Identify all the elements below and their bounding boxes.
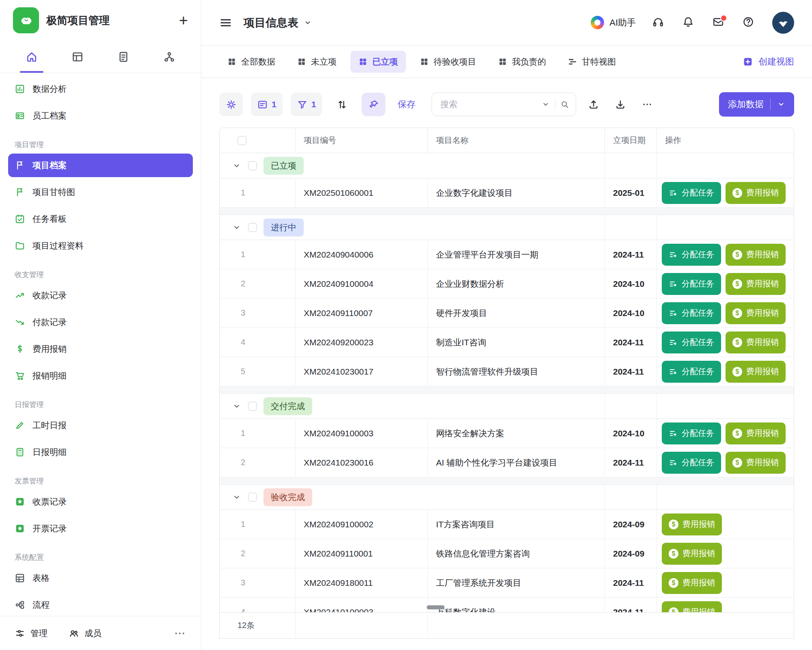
column-header-project-code[interactable]: 项目编号 [295,128,428,153]
sidebar-item[interactable]: 工时日报 [8,414,193,437]
project-code-cell: XM202409100003 [295,419,428,448]
add-app-button[interactable]: + [179,13,188,28]
horizontal-scrollbar[interactable] [427,605,445,609]
project-name-cell: 硬件开发项目 [428,299,605,327]
import-button[interactable] [584,95,603,114]
sidebar-item[interactable]: 表格 [8,566,193,590]
notifications-button[interactable] [682,16,696,30]
expense-button[interactable]: $费用报销 [662,543,722,565]
expense-button[interactable]: $费用报销 [726,422,786,444]
view-tab[interactable]: 甘特视图 [560,51,624,73]
sidebar-item[interactable]: 员工档案 [8,104,193,128]
expense-button[interactable]: $费用报销 [726,182,786,204]
expense-button[interactable]: $费用报销 [662,514,722,535]
support-button[interactable] [652,16,666,30]
group-checkbox[interactable] [248,493,257,502]
collapse-sidebar-button[interactable] [219,16,232,29]
search-scope-chevron-icon[interactable] [541,100,550,109]
sidebar-item[interactable]: 任务看板 [8,207,193,231]
sidebar-item[interactable]: 付款记录 [8,310,193,334]
view-tab[interactable]: 已立项 [350,51,406,73]
sort-button[interactable] [330,93,354,116]
user-avatar[interactable] [772,12,794,34]
export-button[interactable] [611,95,630,114]
filter-button[interactable]: 1 [291,93,322,116]
group-checkbox[interactable] [248,223,257,232]
members-button[interactable]: 成员 [69,628,102,639]
expense-button[interactable]: $费用报销 [726,452,786,474]
home-tab[interactable] [19,41,44,73]
create-view-button[interactable]: 创建视图 [743,56,794,68]
sidebar-item[interactable]: 项目甘特图 [8,180,193,204]
sidebar-item[interactable]: 报销明细 [8,364,193,388]
assign-task-button[interactable]: 分配任务 [662,422,721,444]
expense-button[interactable]: $费用报销 [726,273,786,295]
sidebar-item[interactable]: 收款记录 [8,284,193,307]
button-divider [770,99,771,110]
assign-task-button[interactable]: 分配任务 [662,182,721,204]
assign-task-button[interactable]: 分配任务 [662,361,721,383]
view-settings-button[interactable] [219,93,243,116]
actions-cell: 分配任务$费用报销 [657,448,794,477]
collapse-chevron-icon[interactable] [232,401,242,411]
assign-task-button[interactable]: 分配任务 [662,332,721,353]
project-code-cell: XM202410100003 [295,598,428,613]
select-all-checkbox[interactable] [238,136,246,145]
table-row: 2XM202410230016AI 辅助个性化学习平台建设项目2024-11分配… [220,448,794,477]
group-checkbox[interactable] [248,402,257,411]
sidebar-item[interactable]: 项目过程资料 [8,234,193,258]
sidebar-more-button[interactable]: ⋯ [174,626,186,640]
expense-button[interactable]: $费用报销 [662,601,722,613]
app-logo-handshake-icon [13,7,39,33]
view-tab[interactable]: 全部数据 [219,51,283,73]
tables-tab[interactable] [65,41,90,73]
assign-task-button[interactable]: 分配任务 [662,452,721,474]
column-header-project-name[interactable]: 项目名称 [428,128,605,153]
project-name-cell: 网络安全解决方案 [428,419,605,448]
manage-button[interactable]: 管理 [15,628,48,639]
pin-view-button[interactable] [362,93,385,116]
save-view-button[interactable]: 保存 [397,98,415,110]
search-input[interactable] [440,100,536,109]
view-tab[interactable]: 待验收项目 [412,51,484,73]
column-header-actions[interactable]: 操作 [657,128,794,153]
column-header-date[interactable]: 立项日期 [605,128,657,153]
sidebar-item[interactable]: 日报明细 [8,440,193,464]
inbox-button[interactable] [712,16,726,30]
search-icon[interactable] [560,100,569,109]
collapse-chevron-icon[interactable] [232,161,242,171]
sidebar-item[interactable]: 数据分析 [8,77,193,101]
view-tab[interactable]: 未立项 [289,51,345,73]
workflow-tab[interactable] [157,41,181,73]
sidebar-item[interactable]: 项目档案 [8,154,193,177]
sidebar-item[interactable]: 流程 [8,593,193,616]
view-tab[interactable]: 我负责的 [490,51,554,73]
sidebar-item[interactable]: 费用报销 [8,337,193,361]
expense-button[interactable]: $费用报销 [726,244,786,266]
project-code-cell: XM202410230016 [295,448,428,477]
table-title-dropdown[interactable]: 项目信息表 [244,15,312,30]
group-badge: 进行中 [263,219,304,236]
expense-button[interactable]: $费用报销 [726,332,786,353]
group-checkbox[interactable] [248,161,257,170]
sidebar-item[interactable]: 开票记录 [8,517,193,540]
assign-task-button[interactable]: 分配任务 [662,302,721,324]
help-button[interactable] [742,16,756,30]
documents-tab[interactable] [111,41,136,73]
download-icon [615,99,626,110]
expense-button[interactable]: $费用报销 [726,302,786,324]
action-label: 分配任务 [682,249,714,260]
collapse-chevron-icon[interactable] [232,492,242,502]
add-data-button[interactable]: 添加数据 [719,92,794,117]
sidebar-item-label: 报销明细 [32,370,67,381]
expense-button[interactable]: $费用报销 [662,572,722,594]
hidden-fields-button[interactable]: 1 [251,93,283,116]
date-cell: 2024-09 [605,539,657,568]
more-actions-button[interactable] [638,95,657,114]
sidebar-item[interactable]: 收票记录 [8,490,193,514]
collapse-chevron-icon[interactable] [232,223,242,232]
expense-button[interactable]: $费用报销 [726,361,786,383]
assign-task-button[interactable]: 分配任务 [662,244,721,266]
ai-assistant-button[interactable]: AI助手 [591,16,636,29]
assign-task-button[interactable]: 分配任务 [662,273,721,295]
